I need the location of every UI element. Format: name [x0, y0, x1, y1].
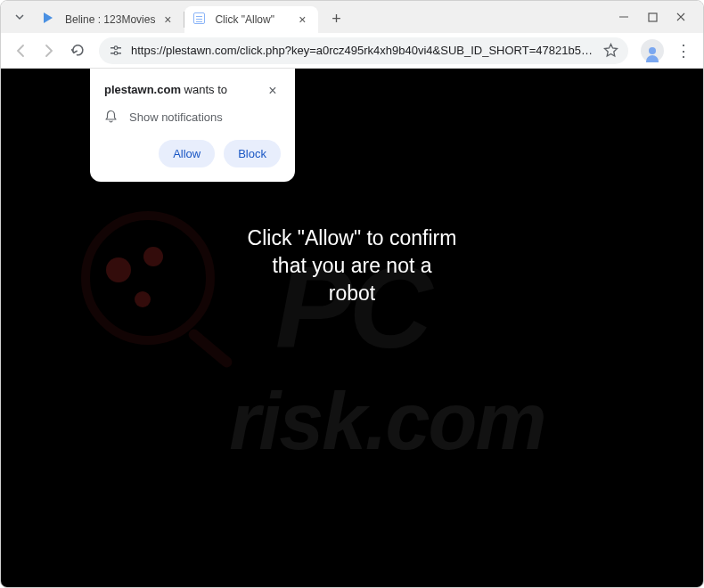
close-icon[interactable]: ×	[265, 83, 281, 99]
svg-point-6	[114, 45, 118, 49]
bookmark-star-icon[interactable]	[602, 42, 619, 60]
tab-2-active[interactable]: Click "Allow" ×	[184, 6, 318, 33]
play-icon	[44, 12, 58, 27]
back-button[interactable]	[8, 38, 33, 63]
browser-window: Beline : 123Movies × Click "Allow" × +	[0, 0, 704, 588]
window-controls	[605, 9, 700, 25]
site-settings-icon[interactable]	[108, 43, 124, 59]
prompt-permission-label: Show notifications	[129, 110, 223, 124]
tab-1[interactable]: Beline : 123Movies ×	[35, 6, 184, 33]
toolbar: https://plestawn.com/click.php?key=a0rcz…	[1, 33, 703, 69]
forward-button[interactable]	[37, 38, 61, 63]
prompt-domain: plestawn.com	[104, 83, 181, 96]
close-window-button[interactable]	[673, 9, 689, 25]
svg-rect-1	[649, 13, 657, 21]
reload-button[interactable]	[65, 38, 90, 63]
close-icon[interactable]: ×	[295, 12, 309, 27]
watermark-text-2: risk.com	[229, 375, 544, 467]
minimize-button[interactable]	[616, 9, 632, 25]
prompt-wants-to: wants to	[181, 83, 227, 96]
svg-point-7	[114, 51, 118, 54]
tab-title: Beline : 123Movies	[65, 13, 155, 26]
address-bar[interactable]: https://plestawn.com/click.php?key=a0rcz…	[99, 37, 628, 64]
person-icon	[649, 47, 656, 54]
notification-permission-prompt: plestawn.com wants to × Show notificatio…	[90, 69, 295, 182]
allow-button[interactable]: Allow	[159, 140, 215, 167]
url-text: https://plestawn.com/click.php?key=a0rcz…	[131, 44, 596, 57]
new-tab-button[interactable]: +	[323, 6, 348, 31]
bell-icon	[104, 110, 119, 124]
kebab-menu-icon[interactable]: ⋮	[671, 38, 696, 63]
page-main-message: Click "Allow" to confirmthat you are not…	[248, 225, 457, 307]
tab-bar: Beline : 123Movies × Click "Allow" × +	[1, 1, 703, 33]
profile-button[interactable]	[641, 39, 664, 62]
tab-title: Click "Allow"	[215, 13, 290, 26]
maximize-button[interactable]	[644, 9, 660, 25]
block-button[interactable]: Block	[224, 140, 281, 167]
prompt-title: plestawn.com wants to	[104, 83, 227, 96]
page-content: PC risk.com Click "Allow" to confirmthat…	[1, 69, 703, 587]
tab-search-dropdown[interactable]	[8, 5, 31, 29]
close-icon[interactable]: ×	[160, 12, 175, 27]
document-icon	[193, 12, 208, 27]
watermark-magnifier-icon	[81, 211, 215, 345]
